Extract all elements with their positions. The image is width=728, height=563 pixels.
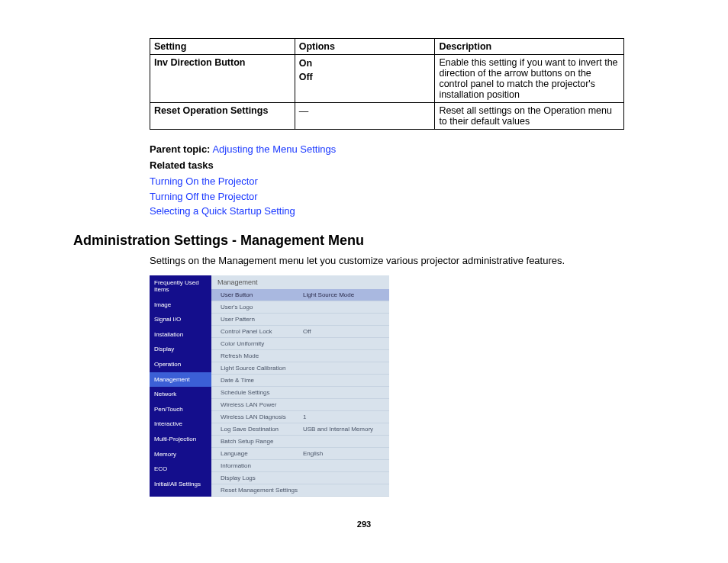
cell-options: On Off xyxy=(295,55,435,103)
projector-row-label: Information xyxy=(221,462,303,469)
projector-row-value xyxy=(303,316,389,323)
page-number: 293 xyxy=(73,520,655,529)
projector-menu-row: Information xyxy=(211,460,389,472)
projector-menu-row: Wireless LAN Power xyxy=(211,399,389,411)
projector-row-value: Off xyxy=(303,328,389,335)
projector-sidebar-item: Pen/Touch xyxy=(150,402,211,417)
projector-row-label: Schedule Settings xyxy=(221,389,303,396)
projector-menu-screenshot: Frequently Used ItemsImageSignal I/OInst… xyxy=(150,275,389,497)
col-description: Description xyxy=(435,39,624,55)
projector-row-value xyxy=(303,438,389,445)
related-link[interactable]: Selecting a Quick Startup Setting xyxy=(150,204,655,219)
projector-menu-row: User's Logo xyxy=(211,301,389,314)
cell-options: — xyxy=(295,103,435,130)
projector-sidebar-item: Initial/All Settings xyxy=(150,477,211,492)
projector-row-value xyxy=(303,365,389,372)
projector-row-value xyxy=(303,462,389,469)
parent-topic-label: Parent topic: xyxy=(150,143,210,155)
projector-row-label: Log Save Destination xyxy=(221,426,303,433)
projector-row-label: Control Panel Lock xyxy=(221,328,303,335)
projector-sidebar-item: Image xyxy=(150,298,211,313)
related-link[interactable]: Turning Off the Projector xyxy=(150,189,655,204)
projector-sidebar: Frequently Used ItemsImageSignal I/OInst… xyxy=(150,275,211,497)
projector-row-label: Wireless LAN Diagnosis xyxy=(221,413,303,420)
table-row: Inv Direction Button On Off Enable this … xyxy=(150,55,624,103)
cell-setting: Inv Direction Button xyxy=(150,55,295,103)
projector-sidebar-item: Multi-Projection xyxy=(150,432,211,447)
related-tasks: Related tasks Turning On the Projector T… xyxy=(150,159,655,219)
projector-main: Management User ButtonLight Source ModeU… xyxy=(211,275,389,497)
projector-sidebar-item: Signal I/O xyxy=(150,312,211,327)
projector-menu-row: Color Uniformity xyxy=(211,338,389,350)
cell-description: Enable this setting if you want to inver… xyxy=(435,55,624,103)
projector-row-label: User Button xyxy=(221,291,303,298)
parent-topic-link[interactable]: Adjusting the Menu Settings xyxy=(212,143,336,155)
projector-menu-row: Wireless LAN Diagnosis1 xyxy=(211,411,389,423)
projector-sidebar-item: Operation xyxy=(150,357,211,372)
related-link[interactable]: Turning On the Projector xyxy=(150,174,655,189)
projector-menu-row: Date & Time xyxy=(211,375,389,387)
projector-row-label: Date & Time xyxy=(221,377,303,384)
projector-sidebar-item: Installation xyxy=(150,327,211,343)
projector-menu-row: Schedule Settings xyxy=(211,387,389,399)
projector-row-value xyxy=(303,487,389,494)
projector-row-value xyxy=(303,475,389,481)
cell-setting: Reset Operation Settings xyxy=(150,103,295,130)
projector-menu-row: Refresh Mode xyxy=(211,350,389,362)
projector-menu-row: Batch Setup Range xyxy=(211,436,389,448)
settings-table: Setting Options Description Inv Directio… xyxy=(150,38,624,130)
projector-row-label: Batch Setup Range xyxy=(221,438,303,445)
projector-row-value: 1 xyxy=(303,413,389,420)
table-header-row: Setting Options Description xyxy=(150,39,624,55)
projector-row-label: Color Uniformity xyxy=(221,340,303,347)
projector-menu-row: Log Save DestinationUSB and Internal Mem… xyxy=(211,423,389,436)
projector-menu-row: Control Panel LockOff xyxy=(211,326,389,338)
projector-menu-row: Display Logs xyxy=(211,472,389,484)
projector-row-label: Wireless LAN Power xyxy=(221,401,303,408)
projector-row-label: Light Source Calibration xyxy=(221,365,303,372)
projector-row-label: Reset Management Settings xyxy=(221,487,303,494)
projector-menu-row: Reset Management Settings xyxy=(211,484,389,497)
projector-row-value: USB and Internal Memory xyxy=(303,426,389,433)
section-intro: Settings on the Management menu let you … xyxy=(150,255,655,266)
projector-sidebar-item: Network xyxy=(150,387,211,402)
cell-description: Reset all settings on the Operation menu… xyxy=(435,103,624,130)
projector-sidebar-item: Frequently Used Items xyxy=(150,275,211,298)
projector-row-value xyxy=(303,340,389,347)
section-heading: Administration Settings - Management Men… xyxy=(73,233,655,249)
col-setting: Setting xyxy=(150,39,295,55)
related-tasks-label: Related tasks xyxy=(150,159,655,171)
projector-row-label: Language xyxy=(221,450,303,457)
projector-menu-row: User ButtonLight Source Mode xyxy=(211,289,389,301)
projector-row-value: English xyxy=(303,450,389,457)
projector-sidebar-item: Management xyxy=(150,372,211,388)
projector-row-value: Light Source Mode xyxy=(303,291,389,298)
projector-menu-row: Light Source Calibration xyxy=(211,362,389,375)
col-options: Options xyxy=(295,39,435,55)
projector-sidebar-item: Memory xyxy=(150,447,211,462)
projector-row-label: Refresh Mode xyxy=(221,352,303,359)
projector-sidebar-item: Interactive xyxy=(150,417,211,432)
parent-topic: Parent topic: Adjusting the Menu Setting… xyxy=(150,143,655,155)
projector-sidebar-item: Display xyxy=(150,342,211,357)
projector-menu-row: LanguageEnglish xyxy=(211,448,389,460)
projector-row-value xyxy=(303,401,389,408)
projector-row-label: User Pattern xyxy=(221,316,303,323)
table-row: Reset Operation Settings — Reset all set… xyxy=(150,103,624,130)
projector-row-value xyxy=(303,377,389,384)
projector-main-header: Management xyxy=(211,275,389,289)
projector-row-value xyxy=(303,389,389,396)
projector-menu-row: User Pattern xyxy=(211,314,389,326)
projector-row-label: User's Logo xyxy=(221,304,303,310)
projector-row-label: Display Logs xyxy=(221,475,303,481)
projector-item-list: User ButtonLight Source ModeUser's LogoU… xyxy=(211,289,389,497)
projector-row-value xyxy=(303,304,389,310)
document-page: Setting Options Description Inv Directio… xyxy=(0,0,728,552)
projector-sidebar-item: ECO xyxy=(150,462,211,477)
projector-row-value xyxy=(303,352,389,359)
